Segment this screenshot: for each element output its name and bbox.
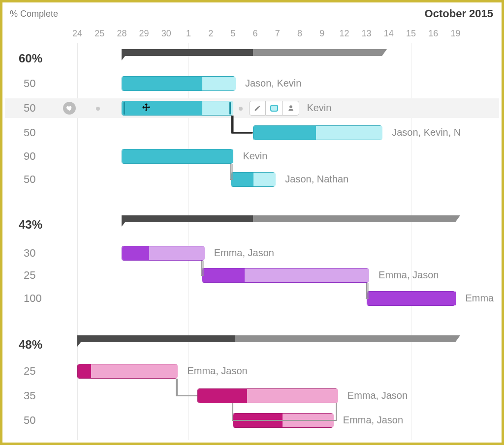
group-summary-bar[interactable] (77, 335, 455, 342)
group-percent: 48% (19, 338, 42, 352)
axis-tick: 19 (450, 29, 460, 39)
axis-tick: 7 (275, 29, 280, 39)
task-bar[interactable] (197, 388, 338, 403)
app-frame: % Complete October 2015 2425282930125678… (0, 0, 504, 445)
task-assignees: Kevin (307, 102, 331, 114)
task-assignees: Emma, Jason (214, 247, 274, 259)
task-assignees: Jason, Nathan (285, 174, 348, 185)
dependency-line (174, 377, 198, 398)
axis-tick: 8 (297, 29, 302, 39)
axis-tick: 9 (319, 29, 324, 39)
task-bar[interactable] (233, 413, 333, 428)
header-right: October 2015 (425, 7, 493, 20)
header-left: % Complete (10, 9, 58, 19)
task-bar[interactable] (122, 101, 233, 116)
axis-tick: 28 (117, 29, 126, 39)
group-summary-bar[interactable] (122, 49, 382, 56)
task-bar[interactable] (122, 149, 233, 164)
assignee-button[interactable] (283, 101, 299, 116)
task-assignees: Emma, Jason (378, 269, 439, 281)
axis-tick: 5 (230, 29, 235, 39)
task-bar[interactable] (77, 364, 177, 379)
resize-handle-left[interactable] (124, 102, 125, 115)
group-percent: 60% (19, 52, 42, 65)
task-assignees: Emma, Jason (187, 365, 247, 377)
date-axis: 24252829301256789121314151619 (5, 29, 499, 43)
task-assignees: Jason, Kevin, N (392, 127, 461, 138)
row-percent: 50 (24, 414, 35, 427)
axis-tick: 30 (161, 29, 171, 39)
task-assignees: Emma (465, 293, 494, 304)
favorite-toggle[interactable] (63, 102, 76, 115)
axis-tick: 2 (208, 29, 213, 39)
row-percent: 50 (24, 77, 35, 90)
task-bar[interactable] (253, 125, 382, 140)
row-percent: 90 (24, 150, 35, 163)
color-swatch-icon (270, 105, 278, 112)
task-assignees: Kevin (243, 150, 267, 162)
edit-button[interactable] (249, 101, 266, 116)
axis-tick: 29 (139, 29, 149, 39)
axis-tick: 1 (186, 29, 191, 39)
axis-tick: 12 (339, 29, 349, 39)
row-percent: 25 (24, 269, 35, 282)
row-percent: 50 (24, 173, 35, 186)
resize-handle-right[interactable] (229, 102, 231, 115)
row-percent: 30 (24, 247, 35, 260)
axis-tick: 24 (72, 29, 82, 39)
drag-dot[interactable] (96, 107, 100, 111)
row-percent: 100 (24, 292, 42, 305)
row-percent: 35 (24, 389, 35, 402)
group-percent: 43% (19, 218, 42, 232)
color-button[interactable] (266, 101, 283, 116)
axis-tick: 25 (94, 29, 104, 39)
axis-tick: 6 (253, 29, 258, 39)
task-toolbar (249, 101, 299, 116)
task-bar[interactable] (122, 76, 235, 91)
axis-tick: 16 (428, 29, 438, 39)
task-bar[interactable] (202, 268, 369, 283)
dependency-line (175, 377, 199, 398)
stage: % Complete October 2015 2425282930125678… (5, 5, 499, 440)
axis-tick: 13 (362, 29, 372, 39)
group-summary-bar[interactable] (122, 215, 455, 222)
task-bar[interactable] (122, 246, 204, 261)
row-percent: 50 (24, 126, 35, 139)
row-percent: 50 (24, 102, 35, 115)
axis-tick: 15 (406, 29, 416, 39)
move-cursor-icon (140, 102, 152, 114)
task-assignees: Emma, Jason (347, 390, 408, 401)
task-assignees: Emma, Jason (343, 415, 403, 426)
task-bar[interactable] (367, 291, 456, 306)
axis-tick: 14 (384, 29, 394, 39)
task-bar[interactable] (231, 172, 275, 187)
task-assignees: Jason, Kevin (245, 78, 302, 89)
row-percent: 25 (24, 365, 35, 378)
